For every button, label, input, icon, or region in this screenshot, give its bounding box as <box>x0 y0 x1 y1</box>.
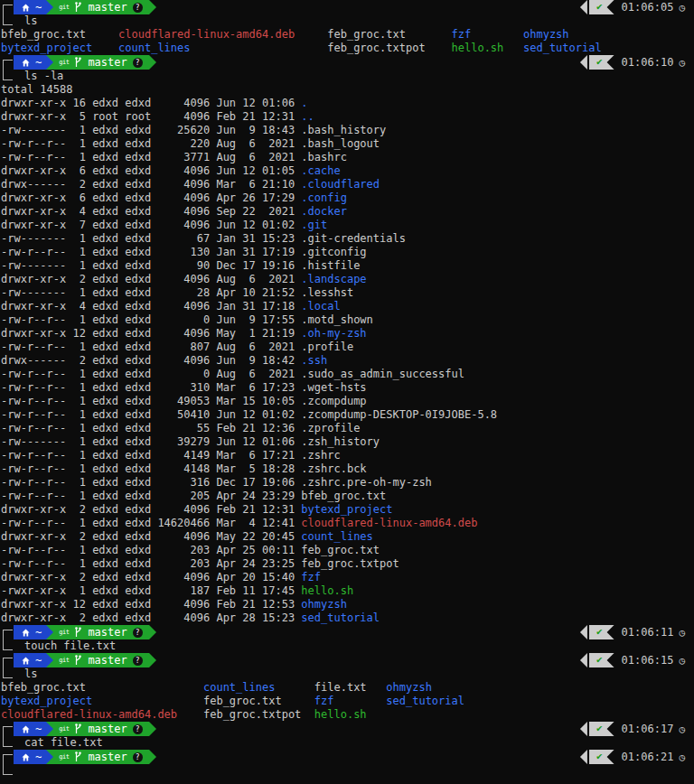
output-text: drwxr-xr-x 2 edxd edxd 4096 Apr 20 15:40 <box>1 571 301 583</box>
output-text: .zshrc.pre-oh-my-zsh <box>301 476 432 489</box>
output-line: drwxr-xr-x 7 edxd edxd 4096 Jun 12 01:02… <box>1 219 694 232</box>
output-line: -rw-r--r-- 1 edxd edxd 310 Mar 6 17:23 .… <box>1 381 694 395</box>
output-text: .docker <box>301 205 347 218</box>
git-icon: git <box>59 653 69 667</box>
output-text: feb_groc.txtpot <box>203 708 314 721</box>
output-text: drwxr-xr-x 2 edxd edxd 4096 Feb 21 12:31 <box>1 503 301 516</box>
git-branch-name: master <box>88 56 127 70</box>
output-text: -rw-r--r-- 1 edxd edxd 220 Aug 6 2021 <box>1 137 301 150</box>
output-text: ohmyzsh <box>301 598 347 611</box>
output-text: -rw-r--r-- 1 edxd edxd 4149 Mar 6 17:21 <box>1 449 301 462</box>
status-arrow-icon <box>580 0 587 14</box>
status-arrow-icon <box>580 55 587 70</box>
output-line: -rw-r--r-- 1 edxd edxd 3771 Aug 6 2021 .… <box>1 151 694 164</box>
prompt-time: 01:06:21 <box>622 751 674 764</box>
output-text: drwxr-xr-x 2 edxd edxd 4096 May 22 20:45 <box>1 530 301 543</box>
prompt-spacer <box>149 55 580 70</box>
status-arrow-icon <box>580 653 587 667</box>
git-branch-icon <box>74 2 82 13</box>
status-segment: ✔ <box>589 55 614 70</box>
output-text: drwxr-xr-x 2 edxd edxd 4096 Aug 6 2021 <box>1 273 301 285</box>
output-text: .ssh <box>301 354 327 367</box>
output-line: drwxr-xr-x 4 edxd edxd 4096 Jan 31 17:18… <box>1 300 694 313</box>
prompt-time: 01:06:11 <box>622 626 674 639</box>
output-line: drwxr-xr-x 2 edxd edxd 4096 Feb 21 12:31… <box>1 503 694 517</box>
clock-icon: ◷ <box>679 723 685 736</box>
prompt-path-segment: ~ <box>14 625 46 639</box>
output-text: -rw-r--r-- 1 edxd edxd 310 Mar 6 17:23 <box>1 381 301 394</box>
output-line: drwxr-xr-x 12 edxd edxd 4096 Feb 21 12:5… <box>1 598 694 611</box>
prompt-time: 01:06:10 <box>622 56 674 70</box>
output-line: -rw-r--r-- 1 edxd edxd 203 Apr 24 23:25 … <box>1 557 694 571</box>
terminal-window[interactable]: ~ git master ? ✔ 01:06:05 ◷ ls bfeb_groc… <box>0 0 694 784</box>
prompt-row: ~ git master ? ✔ 01:06:17 ◷ <box>14 722 694 736</box>
output-text: bytexd_project <box>1 42 118 54</box>
prompt-path-segment: ~ <box>14 653 46 667</box>
output-line: drwxr-xr-x 4 edxd edxd 4096 Sep 22 2021 … <box>1 205 694 219</box>
prompt-path: ~ <box>35 626 42 639</box>
status-arrow-icon <box>580 722 587 736</box>
output-text: .wget-hsts <box>301 381 366 394</box>
status-segment: ✔ <box>589 750 614 764</box>
command-text[interactable]: ls -la <box>24 70 63 82</box>
git-untracked-badge: ? <box>133 58 143 68</box>
prompt-bracket <box>3 726 13 747</box>
git-branch-icon <box>74 751 82 762</box>
command-text[interactable]: touch file.txt <box>24 639 116 652</box>
output-text: bfeb_groc.txt <box>1 28 118 41</box>
prompt-git-segment: git master ? <box>46 722 149 736</box>
prompt-spacer <box>149 625 580 639</box>
output-text: drwx------ 2 edxd edxd 4096 Mar 6 21:10 <box>1 178 301 191</box>
prompt-status: ✔ 01:06:15 ◷ <box>580 653 685 667</box>
output-line: drwxr-xr-x 2 edxd edxd 4096 Apr 20 15:40… <box>1 571 694 584</box>
command-text[interactable]: cat file.txt <box>24 736 103 749</box>
output-text: .gitconfig <box>301 246 366 258</box>
output-line: -rw-r--r-- 1 edxd edxd 4148 Mar 5 18:28 … <box>1 462 694 476</box>
output-text: drwxr-xr-x 6 edxd edxd 4096 Apr 26 17:29 <box>1 191 301 204</box>
output-text: fzf <box>301 571 321 583</box>
output-line: -rwxr-xr-x 1 edxd edxd 187 Feb 11 17:45 … <box>1 584 694 598</box>
output-text: file.txt <box>314 681 386 694</box>
output-line: cloudflared-linux-amd64.deb feb_groc.txt… <box>1 708 694 722</box>
output-text: hello.sh <box>314 708 367 721</box>
output-text: -rw-r--r-- 1 edxd edxd 0 Aug 6 2021 <box>1 368 301 380</box>
output-text: drwxr-xr-x 6 edxd edxd 4096 Jun 12 01:05 <box>1 164 301 177</box>
output-text: sed_tutorial <box>523 42 602 54</box>
output-line: -rw-r--r-- 1 edxd edxd 205 Apr 24 23:29 … <box>1 490 694 503</box>
home-icon <box>22 629 30 637</box>
prompt-path-segment: ~ <box>14 750 46 764</box>
output-text: .zcompdump-DESKTOP-0I9JOBE-5.8 <box>301 408 497 421</box>
prompt-git-segment: git master ? <box>46 55 149 70</box>
output-line: drwx------ 2 edxd edxd 4096 Mar 6 21:10 … <box>1 178 694 191</box>
output-line: bfeb_groc.txt count_lines file.txt ohmyz… <box>1 681 694 695</box>
prompt-git-segment: git master ? <box>46 750 149 764</box>
output-text: .config <box>301 191 347 204</box>
output-line: -rw-r--r-- 1 edxd edxd 55 Feb 21 12:36 .… <box>1 422 694 435</box>
output-line: drwxr-xr-x 6 edxd edxd 4096 Jun 12 01:05… <box>1 164 694 178</box>
output-text: .lesshst <box>301 286 353 299</box>
output-text: .zsh_history <box>301 435 380 448</box>
output-line: -rw------- 1 edxd edxd 28 Apr 10 21:52 .… <box>1 286 694 300</box>
output-line: drwxr-xr-x 16 edxd edxd 4096 Jun 12 01:0… <box>1 97 694 110</box>
output-text: bfeb_groc.txt <box>301 490 386 502</box>
output-text: drwxr-xr-x 4 edxd edxd 4096 Sep 22 2021 <box>1 205 301 218</box>
prompt-spacer <box>149 722 580 736</box>
check-icon: ✔ <box>596 625 603 639</box>
output-text: count_lines <box>118 42 327 54</box>
check-icon: ✔ <box>596 750 603 764</box>
output-line: drwxr-xr-x 12 edxd edxd 4096 May 1 21:19… <box>1 327 694 341</box>
command-text[interactable]: ls <box>24 14 37 27</box>
command-block: ~ git master ? ✔ 01:06:10 ◷ ls -la <box>1 55 694 83</box>
output-line: -rw-r--r-- 1 edxd edxd 49053 Mar 15 10:0… <box>1 395 694 408</box>
output-text: .zshrc <box>301 449 340 462</box>
output-text: .profile <box>301 341 353 353</box>
output-text: -rw------- 1 edxd edxd 28 Apr 10 21:52 <box>1 286 301 299</box>
prompt-path: ~ <box>35 654 42 667</box>
prompt-status: ✔ 01:06:21 ◷ <box>580 750 685 764</box>
output-text: bfeb_groc.txt <box>1 681 203 694</box>
home-icon <box>22 725 30 733</box>
output-text: drwxr-xr-x 12 edxd edxd 4096 May 1 21:19 <box>1 327 301 340</box>
command-text[interactable]: ls <box>24 667 37 680</box>
command-block: ~ git master ? ✔ 01:06:05 ◷ ls <box>1 0 694 28</box>
output-line: -rw-r--r-- 1 edxd edxd 316 Dec 17 19:06 … <box>1 476 694 490</box>
